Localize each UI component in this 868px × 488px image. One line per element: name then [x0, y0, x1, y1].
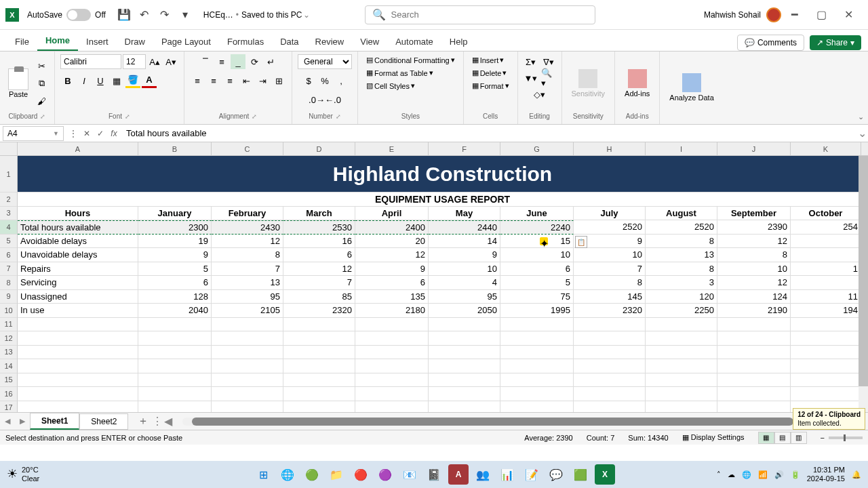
empty-cell[interactable]: [18, 401, 138, 413]
data-cell[interactable]: 13: [646, 248, 717, 262]
data-cell[interactable]: 1995: [500, 304, 574, 318]
align-left-icon[interactable]: ≡: [190, 73, 205, 88]
name-box[interactable]: A4▼: [3, 126, 64, 141]
data-cell[interactable]: 2320: [574, 304, 646, 318]
column-header-C[interactable]: C: [212, 142, 283, 155]
column-header-K[interactable]: K: [791, 142, 861, 155]
row-header-15[interactable]: 15: [0, 373, 18, 388]
row-header-7[interactable]: 7: [0, 262, 18, 277]
chrome2-icon[interactable]: 🔴: [351, 464, 371, 485]
empty-cell[interactable]: [429, 401, 500, 413]
notifications-icon[interactable]: 🔔: [852, 470, 861, 479]
data-cell[interactable]: 9: [138, 248, 212, 262]
row-label-cell[interactable]: Unavoidable delays: [18, 248, 138, 262]
data-cell[interactable]: 12: [355, 248, 429, 262]
comments-button[interactable]: 💬 Comments: [737, 35, 804, 51]
empty-cell[interactable]: [717, 331, 791, 346]
decrease-font-icon[interactable]: A▾: [163, 54, 178, 69]
start-icon[interactable]: ⊞: [253, 464, 273, 485]
tab-formulas[interactable]: Formulas: [219, 33, 272, 51]
tab-file[interactable]: File: [7, 33, 37, 51]
increase-decimal-icon[interactable]: .0→: [309, 92, 324, 107]
hscroll-thumb[interactable]: [192, 418, 793, 426]
redo-icon[interactable]: ↷: [157, 7, 172, 22]
column-header-B[interactable]: B: [138, 142, 212, 155]
header-cell[interactable]: Hours: [18, 207, 138, 221]
clock-date[interactable]: 2024-09-15: [807, 474, 845, 483]
empty-cell[interactable]: [574, 387, 646, 401]
prev-sheet-icon[interactable]: ◀: [0, 417, 15, 426]
font-color-icon[interactable]: A: [142, 73, 157, 88]
bold-button[interactable]: B: [60, 73, 75, 88]
battery-icon[interactable]: 🔋: [791, 470, 800, 479]
number-format-picker[interactable]: General: [298, 54, 352, 69]
row-label-cell[interactable]: Servicing: [18, 276, 138, 290]
data-cell[interactable]: 2320: [283, 304, 355, 318]
header-cell[interactable]: September: [717, 207, 791, 221]
empty-cell[interactable]: [212, 373, 283, 388]
subtitle-cell[interactable]: EQUIPMENT USAGE REPORT: [18, 192, 868, 207]
empty-cell[interactable]: [574, 346, 646, 360]
data-cell[interactable]: 10: [429, 262, 500, 277]
empty-cell[interactable]: [574, 401, 646, 413]
copy-icon[interactable]: ⧉: [34, 76, 49, 91]
empty-cell[interactable]: [138, 387, 212, 401]
clock-time[interactable]: 10:31 PM: [807, 466, 845, 474]
fill-icon[interactable]: ▼▾: [524, 70, 538, 85]
header-cell[interactable]: July: [574, 207, 646, 221]
row-header-16[interactable]: 16: [0, 387, 18, 401]
sort-filter-icon[interactable]: ᐁ▾: [541, 54, 556, 69]
comma-icon[interactable]: ,: [334, 73, 349, 88]
whatsapp-icon[interactable]: 💬: [546, 464, 566, 485]
data-cell[interactable]: 3: [646, 276, 717, 290]
data-cell[interactable]: 10: [717, 262, 791, 277]
insert-function-icon[interactable]: fx: [107, 129, 121, 138]
empty-cell[interactable]: [429, 387, 500, 401]
empty-cell[interactable]: [283, 346, 355, 360]
data-cell[interactable]: 9: [355, 262, 429, 277]
data-cell[interactable]: 10: [500, 248, 574, 262]
row-header-8[interactable]: 8: [0, 276, 18, 290]
data-cell[interactable]: 2240: [500, 220, 574, 235]
chrome-icon[interactable]: 🟢: [302, 464, 322, 485]
autosave-toggle[interactable]: AutoSave Off: [27, 9, 106, 21]
empty-cell[interactable]: [355, 373, 429, 388]
row-label-cell[interactable]: In use: [18, 304, 138, 318]
data-cell[interactable]: 12: [717, 276, 791, 290]
data-cell[interactable]: 12: [283, 262, 355, 277]
row-header-11[interactable]: 11: [0, 318, 18, 332]
increase-indent-icon[interactable]: ⇥: [255, 73, 270, 88]
empty-cell[interactable]: [355, 401, 429, 413]
empty-cell[interactable]: [138, 359, 212, 373]
align-top-icon[interactable]: ⎺: [198, 54, 213, 69]
data-cell[interactable]: 2180: [355, 304, 429, 318]
data-cell[interactable]: 2040: [138, 304, 212, 318]
column-header-I[interactable]: I: [646, 142, 717, 155]
tab-draw[interactable]: Draw: [117, 33, 153, 51]
empty-cell[interactable]: [791, 359, 861, 373]
empty-cell[interactable]: [717, 359, 791, 373]
row-header-2[interactable]: 2: [0, 192, 18, 207]
align-middle-icon[interactable]: ≡: [214, 54, 229, 69]
empty-cell[interactable]: [429, 373, 500, 388]
empty-cell[interactable]: [18, 318, 138, 332]
data-cell[interactable]: 7: [283, 276, 355, 290]
data-cell[interactable]: 145: [574, 290, 646, 304]
data-cell[interactable]: 8: [574, 276, 646, 290]
data-cell[interactable]: 5: [138, 262, 212, 277]
page-layout-view-icon[interactable]: ▤: [774, 432, 791, 444]
column-header-J[interactable]: J: [717, 142, 791, 155]
empty-cell[interactable]: [355, 318, 429, 332]
empty-cell[interactable]: [646, 359, 717, 373]
maximize-button[interactable]: ▢: [808, 4, 835, 26]
empty-cell[interactable]: [212, 318, 283, 332]
vscroll-thumb[interactable]: [859, 156, 868, 386]
autosum-icon[interactable]: Σ▾: [524, 54, 538, 69]
empty-cell[interactable]: [283, 373, 355, 388]
empty-cell[interactable]: [212, 387, 283, 401]
data-cell[interactable]: [791, 235, 861, 249]
data-cell[interactable]: 6: [138, 276, 212, 290]
empty-cell[interactable]: [500, 359, 574, 373]
empty-cell[interactable]: [574, 373, 646, 388]
select-all-corner[interactable]: [0, 142, 18, 155]
